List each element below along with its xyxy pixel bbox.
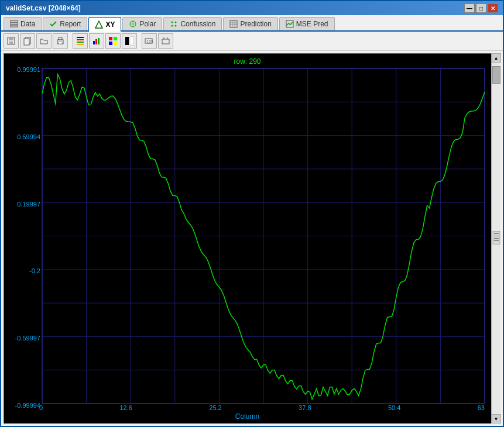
report-tab-icon	[49, 20, 57, 28]
svg-rect-33	[114, 37, 117, 40]
scroll-up-button[interactable]: ▲	[492, 53, 501, 63]
tab-confussion-label: Confussion	[180, 20, 215, 28]
bars-button[interactable]	[89, 33, 104, 49]
data-tab-icon	[10, 20, 18, 28]
tab-data[interactable]: Data	[4, 17, 42, 30]
svg-rect-18	[9, 37, 13, 40]
tab-confussion[interactable]: Confussion	[163, 17, 222, 30]
tab-polar-label: Polar	[139, 20, 156, 28]
svg-rect-23	[59, 37, 62, 40]
tab-data-label: Data	[20, 20, 35, 28]
svg-point-9	[172, 25, 173, 27]
lines-button[interactable]	[73, 33, 88, 49]
svg-rect-30	[95, 39, 97, 44]
tab-report[interactable]: Report	[43, 17, 87, 30]
toolbar: 123	[1, 32, 503, 51]
open-button[interactable]	[36, 33, 52, 49]
copy-button[interactable]	[20, 33, 35, 49]
polar-tab-icon	[129, 20, 137, 28]
print2-button[interactable]	[158, 33, 173, 49]
tab-bar: Data Report XY Polar Confussion	[1, 15, 503, 32]
tab-report-label: Report	[60, 20, 81, 28]
svg-point-10	[175, 25, 177, 27]
svg-rect-21	[24, 39, 29, 45]
svg-rect-1	[11, 23, 18, 25]
svg-rect-19	[9, 42, 13, 44]
svg-rect-2	[11, 25, 18, 27]
svg-rect-32	[109, 37, 112, 40]
svg-rect-35	[114, 42, 117, 45]
svg-rect-36	[125, 37, 129, 45]
vertical-scrollbar: ▲ ▼	[491, 53, 500, 423]
close-button[interactable]: ✕	[488, 4, 498, 13]
scroll-thumb[interactable]	[492, 66, 500, 84]
svg-rect-0	[11, 20, 18, 22]
maximize-button[interactable]: □	[476, 4, 486, 13]
svg-point-7	[172, 22, 173, 23]
chart-area[interactable]: row: 290 0.99991 0.59994 0.19997 -0.2 -0…	[4, 53, 491, 423]
svg-rect-29	[93, 41, 95, 44]
chart-canvas	[4, 54, 491, 423]
svg-rect-31	[98, 38, 100, 44]
xy-tab-icon	[95, 20, 103, 29]
save-button[interactable]	[4, 33, 19, 49]
main-window: validSet.csv [2048×64] — □ ✕ Data Report…	[0, 0, 504, 427]
tab-msepred[interactable]: MSE Pred	[279, 17, 335, 30]
svg-rect-43	[493, 231, 500, 244]
svg-rect-37	[130, 37, 133, 45]
window-title: validSet.csv [2048×64]	[6, 4, 81, 12]
window-controls: — □ ✕	[464, 4, 498, 13]
row-label: row: 290	[234, 57, 260, 66]
svg-rect-34	[109, 42, 112, 45]
msepred-tab-icon	[286, 20, 294, 28]
bw-button[interactable]	[122, 33, 137, 49]
svg-point-8	[175, 22, 177, 23]
tag-button[interactable]: 123	[142, 33, 157, 49]
svg-rect-40	[162, 39, 169, 44]
svg-marker-3	[95, 21, 102, 28]
prediction-tab-icon	[229, 20, 238, 28]
tab-xy-label: XY	[105, 20, 115, 29]
tab-prediction-label: Prediction	[240, 20, 271, 28]
print-button[interactable]	[53, 33, 68, 49]
chart-container: row: 290 0.99991 0.59994 0.19997 -0.2 -0…	[1, 51, 503, 426]
title-bar: validSet.csv [2048×64] — □ ✕	[1, 1, 503, 15]
tab-msepred-label: MSE Pred	[296, 20, 328, 28]
minimize-button[interactable]: —	[464, 4, 475, 13]
scroll-down-button[interactable]: ▼	[492, 414, 501, 423]
tab-xy[interactable]: XY	[88, 17, 121, 32]
color-button[interactable]	[105, 33, 121, 49]
svg-rect-24	[59, 42, 62, 44]
tab-polar[interactable]: Polar	[122, 17, 162, 30]
tab-prediction[interactable]: Prediction	[223, 17, 277, 30]
svg-text:123: 123	[146, 40, 153, 44]
scroll-list-icon[interactable]	[492, 230, 500, 245]
svg-rect-11	[230, 20, 237, 27]
confussion-tab-icon	[170, 20, 178, 28]
